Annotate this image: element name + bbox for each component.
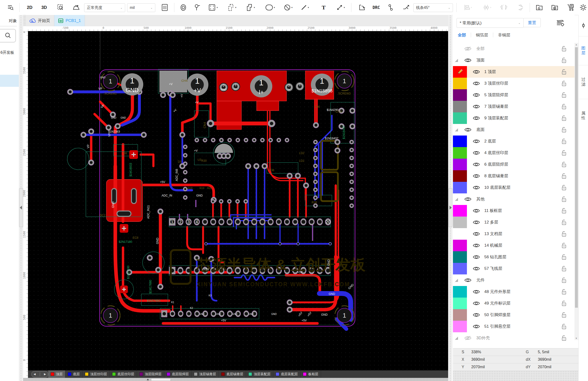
order-cart-icon[interactable]	[565, 0, 576, 15]
coordinate-export-icon[interactable]	[549, 0, 561, 15]
eye-visible-icon[interactable]	[473, 92, 480, 99]
layer-group-底面[interactable]: 底面	[453, 124, 574, 135]
eye-visible-icon[interactable]	[473, 266, 480, 272]
tab-start-page[interactable]: 开始页	[25, 15, 54, 26]
route-angle-select[interactable]: 线条45°⌄	[413, 3, 453, 12]
settings-gear-icon[interactable]	[578, 0, 588, 15]
bottom-layer-tab-5[interactable]: 底层阻焊层	[164, 370, 191, 378]
layer-row-7[interactable]: 7 顶层锡膏层	[453, 101, 574, 112]
zoom-region-icon[interactable]	[56, 0, 65, 15]
keepout-tool-icon[interactable]: ▾	[282, 0, 294, 15]
lock-icon[interactable]	[562, 335, 567, 342]
filter-tab-1[interactable]: 铜箔层	[476, 32, 488, 38]
lock-icon[interactable]	[562, 45, 567, 53]
layer-row-8[interactable]: 8 底层锡膏层	[453, 170, 574, 182]
view-rotate-icon[interactable]	[71, 0, 81, 15]
expand-triangle-icon[interactable]	[455, 198, 458, 201]
right-splitter[interactable]	[448, 15, 452, 381]
brightness-select[interactable]: 正常亮度⌄	[84, 3, 125, 12]
layer-row-12[interactable]: 12 多层	[453, 216, 574, 228]
lock-icon[interactable]	[562, 127, 567, 134]
tree-selected-row[interactable]	[0, 75, 19, 87]
pin-panel-icon[interactable]	[579, 15, 588, 36]
layer-row-14[interactable]: 14 机械层	[453, 240, 574, 251]
layer-color-swatch[interactable]	[453, 286, 467, 297]
flip-horizontal-icon[interactable]	[498, 0, 509, 15]
eye-visible-icon[interactable]	[473, 69, 480, 75]
pcb-canvas[interactable]: 123420 11111GND1+V1I+1$1N188982GND1I+2I+…	[28, 31, 448, 381]
layer-color-swatch[interactable]	[453, 216, 467, 228]
layer-row-49[interactable]: 49 元件标识层	[453, 297, 574, 309]
via-tool-icon[interactable]	[192, 0, 202, 15]
eye-visible-icon[interactable]	[473, 162, 480, 168]
lock-icon[interactable]	[562, 57, 567, 64]
layer-row-3[interactable]: 3 顶层丝印层	[453, 78, 574, 89]
lock-icon[interactable]	[562, 185, 567, 192]
grid-settings-icon[interactable]	[160, 0, 169, 15]
bottom-layer-tab-7[interactable]: 底层锡膏层	[219, 370, 246, 378]
layer-row-4[interactable]: 4 底层丝印层	[453, 147, 574, 159]
horizontal-scrollbar[interactable]	[23, 378, 448, 381]
layer-row-48[interactable]: 48 元件外形层	[453, 286, 574, 297]
flip-vertical-icon[interactable]	[515, 0, 526, 15]
eye-visible-icon[interactable]	[464, 196, 471, 203]
panel-search-icon[interactable]	[6, 0, 15, 15]
bottom-layer-tab-2[interactable]: 顶层丝印层	[83, 370, 110, 378]
eye-visible-icon[interactable]	[464, 127, 471, 133]
tab-filter[interactable]: 过滤	[579, 65, 588, 99]
eye-visible-icon[interactable]	[473, 208, 480, 214]
lock-icon[interactable]	[562, 69, 567, 76]
resize-grip[interactable]	[453, 371, 588, 381]
layer-color-swatch[interactable]	[453, 89, 467, 101]
layer-color-swatch[interactable]	[453, 78, 467, 89]
tab-layers[interactable]: 图层	[579, 36, 588, 65]
lock-icon[interactable]	[562, 242, 567, 250]
bottom-layer-tab-3[interactable]: 底层丝印层	[110, 370, 137, 378]
expand-triangle-icon[interactable]	[455, 59, 458, 62]
layer-config-icon[interactable]	[556, 19, 564, 27]
object-search-input[interactable]	[0, 29, 16, 42]
net-split-icon[interactable]	[401, 0, 411, 15]
eye-hidden-icon[interactable]	[464, 46, 471, 52]
layer-group-顶面[interactable]: 顶面	[453, 55, 574, 66]
layer-color-swatch[interactable]	[453, 263, 467, 275]
solid-region-tool-icon[interactable]: ▾	[244, 0, 257, 15]
dimension-tool-icon[interactable]: ▾	[334, 0, 347, 15]
layer-color-swatch[interactable]	[453, 309, 467, 321]
layer-group-其他[interactable]: 其他	[453, 193, 574, 205]
scrollbar-thumb[interactable]	[151, 378, 171, 381]
view-3d-button[interactable]: 3D	[39, 0, 49, 15]
layer-color-swatch[interactable]	[453, 159, 467, 170]
layer-row-56[interactable]: 56 钻孔图层	[453, 251, 574, 263]
layer-color-swatch[interactable]	[453, 66, 467, 78]
eye-visible-icon[interactable]	[464, 58, 471, 64]
eye-visible-icon[interactable]	[473, 104, 480, 110]
layer-color-swatch[interactable]	[453, 147, 467, 159]
lock-icon[interactable]	[562, 312, 567, 319]
circle-tool-icon[interactable]: ▾	[264, 0, 276, 15]
lock-icon[interactable]	[562, 300, 567, 307]
footprint-tool-icon[interactable]: ▾	[207, 0, 219, 15]
collapse-left-handle[interactable]	[19, 188, 23, 227]
layer-color-swatch[interactable]	[453, 101, 467, 112]
layer-row-57[interactable]: 57 飞线层	[453, 263, 574, 275]
lock-icon[interactable]	[562, 289, 567, 296]
layer-group-3D外壳[interactable]: 3D外壳	[453, 332, 574, 344]
lock-icon[interactable]	[562, 173, 567, 180]
bottom-layer-tab-1[interactable]: 底层	[65, 370, 83, 378]
import-icon[interactable]	[357, 0, 368, 15]
layer-color-swatch[interactable]	[453, 182, 467, 193]
lock-icon[interactable]	[562, 150, 567, 157]
eye-visible-icon[interactable]	[473, 173, 480, 180]
layer-row-11[interactable]: 11 板框层	[453, 205, 574, 216]
eye-visible-icon[interactable]	[473, 254, 480, 261]
lock-icon[interactable]	[562, 219, 567, 226]
layer-color-swatch[interactable]	[453, 112, 467, 124]
drc-button[interactable]: DRC	[371, 0, 381, 15]
lock-icon[interactable]	[562, 92, 567, 99]
eye-visible-icon[interactable]	[473, 220, 480, 226]
track-tool-icon[interactable]: ▾	[299, 0, 311, 15]
unit-select[interactable]: mil⌄	[127, 3, 155, 12]
layer-preset-select[interactable]: * 常用(默认)⌄	[457, 18, 524, 28]
eye-visible-icon[interactable]	[473, 324, 480, 330]
